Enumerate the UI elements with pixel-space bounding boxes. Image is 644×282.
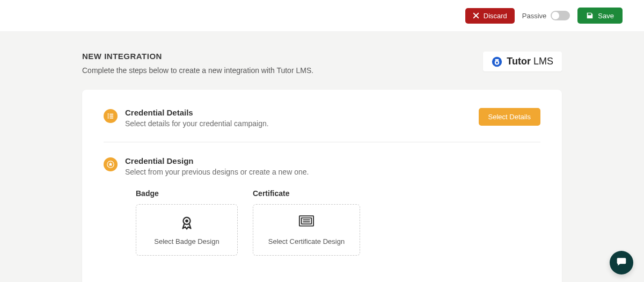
header-text: NEW INTEGRATION Complete the steps below… bbox=[82, 52, 483, 75]
list-icon bbox=[104, 109, 118, 123]
page-body: NEW INTEGRATION Complete the steps below… bbox=[0, 31, 644, 282]
svg-point-9 bbox=[107, 117, 108, 118]
svg-rect-10 bbox=[109, 118, 113, 119]
svg-point-5 bbox=[107, 113, 108, 114]
discard-label: Discard bbox=[484, 12, 507, 19]
svg-rect-6 bbox=[109, 114, 113, 115]
top-bar: Discard Passive Save bbox=[0, 0, 644, 31]
page-title: NEW INTEGRATION bbox=[82, 52, 483, 61]
save-icon bbox=[586, 12, 594, 19]
passive-toggle[interactable] bbox=[551, 11, 570, 20]
tutor-lms-icon bbox=[492, 56, 502, 67]
svg-rect-3 bbox=[495, 59, 499, 61]
certificate-icon bbox=[298, 215, 314, 231]
save-button[interactable]: Save bbox=[577, 8, 623, 24]
logo-brand-bold: Tutor bbox=[507, 56, 531, 67]
integration-logo-text: Tutor LMS bbox=[507, 56, 553, 67]
select-certificate-design-box[interactable]: Select Certificate Design bbox=[253, 204, 360, 256]
passive-toggle-group: Passive bbox=[522, 11, 570, 20]
chat-widget-button[interactable] bbox=[610, 251, 633, 274]
svg-rect-8 bbox=[109, 115, 113, 117]
chat-icon bbox=[616, 256, 627, 269]
logo-brand-reg: LMS bbox=[531, 56, 553, 67]
svg-point-13 bbox=[185, 219, 188, 222]
select-details-button[interactable]: Select Details bbox=[479, 108, 540, 126]
section-info-details: Credential Details Select details for yo… bbox=[125, 108, 471, 128]
design-options-row: Badge Select Badge Design Certificate bbox=[136, 189, 540, 256]
select-badge-design-box[interactable]: Select Badge Design bbox=[136, 204, 238, 256]
badge-ribbon-icon bbox=[179, 215, 195, 231]
section-desc-design: Select from your previous designs or cre… bbox=[125, 168, 540, 176]
close-icon bbox=[473, 12, 479, 19]
section-title-design: Credential Design bbox=[125, 156, 540, 165]
certificate-box-text: Select Certificate Design bbox=[268, 237, 345, 245]
content-container: NEW INTEGRATION Complete the steps below… bbox=[82, 52, 562, 282]
section-credential-design: Credential Design Select from your previ… bbox=[104, 142, 540, 270]
section-info-design: Credential Design Select from your previ… bbox=[125, 156, 540, 176]
section-head-details: Credential Details Select details for yo… bbox=[104, 108, 540, 128]
section-head-design: Credential Design Select from your previ… bbox=[104, 156, 540, 176]
section-desc-details: Select details for your credential campa… bbox=[125, 119, 471, 128]
badge-label: Badge bbox=[136, 189, 238, 198]
star-badge-icon bbox=[104, 157, 118, 171]
svg-rect-15 bbox=[302, 218, 312, 223]
integration-logo-card: Tutor LMS bbox=[483, 52, 562, 71]
svg-point-7 bbox=[107, 115, 108, 117]
steps-card: Credential Details Select details for yo… bbox=[82, 90, 562, 282]
passive-label: Passive bbox=[522, 12, 547, 20]
save-label: Save bbox=[598, 12, 614, 19]
badge-box-text: Select Badge Design bbox=[154, 237, 219, 245]
discard-button[interactable]: Discard bbox=[465, 8, 515, 24]
section-credential-details: Credential Details Select details for yo… bbox=[104, 108, 540, 142]
svg-point-4 bbox=[496, 61, 498, 63]
section-title-details: Credential Details bbox=[125, 108, 471, 117]
badge-column: Badge Select Badge Design bbox=[136, 189, 238, 256]
certificate-column: Certificate Select Certificate Design bbox=[253, 189, 360, 256]
certificate-label: Certificate bbox=[253, 189, 360, 198]
page-subtitle: Complete the steps below to create a new… bbox=[82, 66, 483, 75]
page-header: NEW INTEGRATION Complete the steps below… bbox=[82, 52, 562, 75]
